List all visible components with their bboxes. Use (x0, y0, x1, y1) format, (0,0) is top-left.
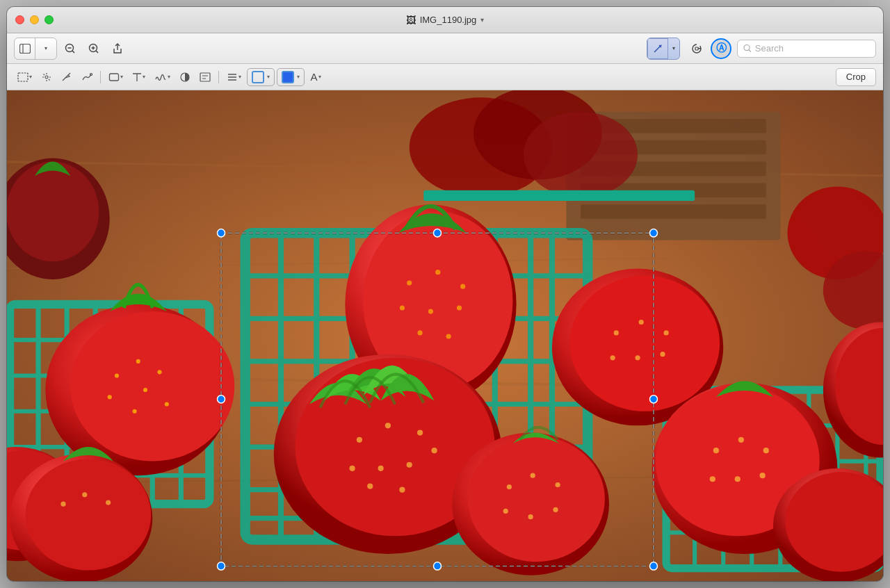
title-dropdown-icon[interactable]: ▾ (480, 16, 484, 24)
svg-point-131 (763, 448, 769, 453)
svg-point-95 (133, 409, 137, 414)
svg-point-143 (60, 502, 65, 507)
svg-point-125 (635, 355, 640, 360)
svg-point-152 (528, 514, 533, 519)
svg-point-84 (7, 162, 99, 262)
svg-rect-88 (423, 190, 695, 201)
svg-point-103 (400, 305, 405, 310)
search-input[interactable] (755, 43, 870, 54)
font-button[interactable]: A ▾ (307, 68, 325, 86)
signature-dropdown-icon: ▾ (168, 74, 170, 80)
signature-button[interactable]: ▾ (151, 68, 174, 86)
svg-point-118 (399, 487, 405, 493)
search-box (737, 40, 876, 58)
svg-point-101 (435, 270, 440, 275)
svg-rect-12 (18, 73, 28, 81)
svg-point-129 (713, 448, 719, 453)
svg-point-110 (357, 437, 362, 443)
share-button[interactable] (107, 38, 128, 59)
chevron-down-icon: ▾ (672, 45, 675, 51)
zoom-out-button[interactable] (60, 38, 81, 59)
svg-point-106 (417, 330, 422, 335)
traffic-lights (15, 15, 54, 24)
fill-color-button[interactable]: ▾ (277, 68, 305, 86)
svg-point-90 (70, 311, 234, 461)
border-color-button[interactable]: ▾ (247, 68, 275, 86)
svg-point-124 (610, 355, 615, 360)
svg-point-102 (460, 284, 465, 289)
svg-point-10 (744, 45, 750, 51)
svg-point-147 (468, 436, 605, 562)
zoom-in-button[interactable] (83, 38, 104, 59)
svg-line-18 (49, 79, 50, 81)
crop-button[interactable]: Crop (836, 68, 876, 86)
svg-point-93 (157, 370, 161, 374)
svg-rect-41 (581, 204, 766, 219)
pen-tool-group: ▾ (647, 38, 680, 60)
toolbar-separator-2 (218, 71, 219, 83)
text-dropdown-icon: ▾ (143, 74, 145, 80)
svg-point-123 (664, 330, 669, 335)
pen-button[interactable] (647, 38, 668, 59)
sidebar-toggle-dropdown[interactable]: ▾ (35, 38, 56, 59)
maximize-button[interactable] (44, 15, 54, 24)
main-window: 🖼 IMG_1190.jpg ▾ ▾ (7, 7, 883, 581)
svg-point-100 (407, 280, 412, 285)
svg-point-107 (446, 334, 451, 338)
svg-point-117 (367, 483, 373, 489)
minimize-button[interactable] (30, 15, 39, 24)
titlebar: 🖼 IMG_1190.jpg ▾ (7, 7, 883, 33)
svg-point-153 (553, 507, 558, 512)
svg-point-151 (503, 509, 508, 514)
close-button[interactable] (15, 15, 24, 24)
svg-point-20 (90, 73, 92, 75)
svg-point-122 (639, 320, 644, 325)
search-icon (743, 44, 752, 53)
title-file-icon: 🖼 (406, 15, 416, 26)
border-color-dropdown-icon: ▾ (267, 74, 270, 80)
svg-point-148 (507, 484, 512, 489)
svg-line-4 (72, 51, 74, 53)
toolbar-separator-1 (100, 71, 101, 83)
svg-rect-0 (19, 44, 30, 53)
svg-point-144 (82, 492, 87, 497)
rect-select-button[interactable]: ▾ (14, 68, 35, 86)
photo-content (7, 90, 883, 581)
shape-button[interactable]: ▾ (105, 68, 127, 86)
svg-point-150 (556, 482, 560, 487)
freeform-pen-button[interactable] (78, 68, 96, 86)
svg-point-113 (349, 466, 355, 471)
text-insert-button[interactable]: ▾ (129, 68, 149, 86)
rect-select-dropdown-icon: ▾ (29, 74, 32, 80)
svg-rect-9 (695, 47, 698, 50)
fill-color-swatch (282, 71, 294, 83)
svg-point-87 (524, 112, 638, 197)
annotate-mode-button[interactable]: Ⓐ (711, 38, 731, 59)
svg-point-142 (26, 459, 152, 571)
svg-rect-21 (110, 74, 119, 81)
font-dropdown-icon: ▾ (318, 74, 321, 80)
font-icon: A (310, 71, 317, 83)
chevron-down-icon: ▾ (44, 45, 47, 51)
magic-wand-button[interactable] (38, 68, 56, 86)
svg-point-105 (457, 305, 462, 310)
sidebar-toggle-group: ▾ (14, 38, 57, 60)
rotate-button[interactable] (686, 38, 708, 59)
adjust-button[interactable] (176, 68, 194, 86)
svg-point-116 (432, 448, 437, 453)
pen-dropdown[interactable]: ▾ (668, 38, 679, 59)
sketch-button[interactable] (58, 68, 76, 86)
mask-button[interactable] (196, 68, 214, 86)
svg-point-120 (570, 276, 720, 411)
svg-point-134 (760, 473, 766, 478)
border-color-swatch (252, 71, 264, 83)
svg-point-133 (735, 476, 741, 482)
svg-point-114 (378, 466, 384, 471)
svg-point-126 (660, 352, 665, 357)
svg-point-132 (710, 476, 715, 482)
align-button[interactable]: ▾ (223, 68, 245, 86)
sidebar-toggle-button[interactable] (15, 38, 35, 59)
svg-point-121 (614, 330, 619, 335)
window-title-area: 🖼 IMG_1190.jpg ▾ (406, 15, 485, 26)
svg-point-92 (136, 359, 140, 364)
